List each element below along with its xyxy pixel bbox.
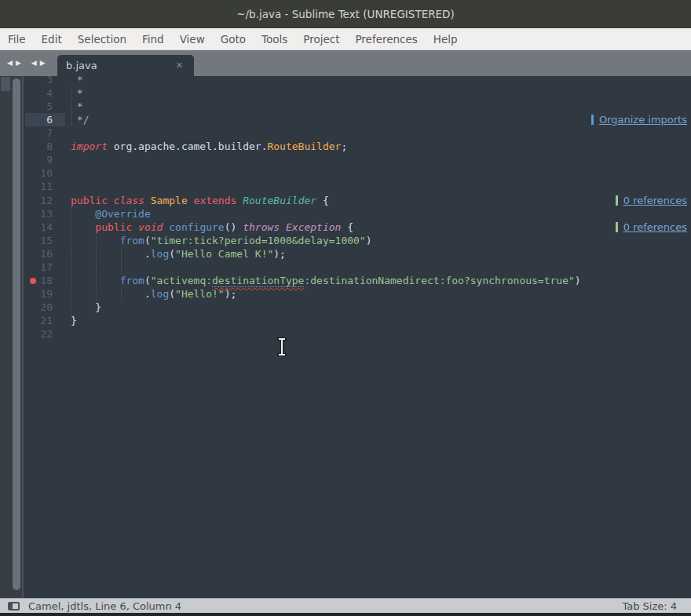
menu-file[interactable]: File: [0, 28, 34, 49]
line-number: 6: [25, 113, 65, 126]
status-left-text: Camel, jdtls, Line 6, Column 4: [28, 600, 181, 612]
code-line-7: 7: [25, 126, 691, 140]
line-number: 12: [25, 194, 65, 207]
left-scrollbar-track: [0, 76, 24, 598]
code-line-21: 21}: [25, 314, 691, 327]
tab-size-indicator[interactable]: Tab Size: 4: [622, 600, 683, 612]
nav-back-icon[interactable]: ◀: [6, 58, 13, 68]
menu-preferences[interactable]: Preferences: [347, 28, 425, 49]
code-text: *: [65, 86, 83, 100]
code-text: .log("Hello!");: [65, 287, 236, 301]
code-text: *: [65, 100, 83, 113]
code-line-19: 19 .log("Hello!");: [25, 287, 691, 301]
line-number: 15: [25, 234, 65, 247]
line-number: 8: [25, 140, 65, 153]
code-text: *: [65, 76, 83, 86]
code-text: .log("Hello Camel K!");: [65, 247, 286, 261]
code-line-11: 11: [25, 180, 691, 193]
line-number: 3: [25, 76, 65, 86]
code-line-4: 4 *: [25, 86, 691, 100]
menu-find[interactable]: Find: [134, 28, 172, 49]
tabbar: ◀▶◀▶ b.java ✕: [0, 50, 691, 76]
annotation-bar: [591, 115, 594, 125]
code-text: from("timer:tick?period=1000&delay=1000"…: [65, 234, 372, 247]
code-line-8: 8import org.apache.camel.builder.RouteBu…: [25, 140, 691, 153]
nav-forward-icon[interactable]: ▶: [15, 58, 22, 68]
line-number: 14: [25, 221, 65, 234]
code-line-10: 10: [25, 166, 691, 180]
menubar: FileEditSelectionFindViewGotoToolsProjec…: [0, 28, 691, 50]
error-squiggle-token: destinationType: [212, 275, 304, 287]
code-line-12: 12public class Sample extends RouteBuild…: [25, 194, 691, 207]
line-number: 22: [25, 327, 65, 341]
menu-view[interactable]: View: [172, 28, 213, 49]
line-number: 13: [25, 207, 65, 221]
code-line-15: 15 from("timer:tick?period=1000&delay=10…: [25, 234, 691, 247]
code-line-17: 17: [25, 261, 691, 274]
menu-project[interactable]: Project: [295, 28, 347, 49]
line-number: 16: [25, 247, 65, 261]
window-edge: [0, 613, 691, 616]
line-number: 5: [25, 100, 65, 113]
line-number: 17: [25, 261, 65, 274]
code-line-16: 16 .log("Hello Camel K!");: [25, 247, 691, 261]
titlebar: ~/b.java - Sublime Text (UNREGISTERED): [0, 0, 691, 28]
annotation-bar: [616, 222, 618, 232]
code-text: import org.apache.camel.builder.RouteBui…: [65, 140, 347, 153]
code-line-18: 18 from("activemq:destinationType:destin…: [25, 274, 691, 287]
code-text: public class Sample extends RouteBuilder…: [65, 194, 329, 207]
menu-selection[interactable]: Selection: [70, 28, 134, 49]
menu-tools[interactable]: Tools: [254, 28, 295, 49]
line-number: 20: [25, 301, 65, 314]
references-link[interactable]: 0 references: [623, 221, 687, 233]
code-text: }: [65, 314, 77, 327]
code-line-13: 13 @Override: [25, 207, 691, 221]
nav-back-icon[interactable]: ◀: [31, 58, 38, 68]
menu-goto[interactable]: Goto: [213, 28, 254, 49]
line-number: 19: [25, 287, 65, 301]
code-text: }: [65, 301, 101, 314]
lsp-annotation: 0 references: [616, 194, 687, 207]
organize-imports-link[interactable]: Organize imports: [599, 114, 687, 126]
text-ibeam-cursor: [276, 337, 288, 357]
code-editor[interactable]: 3 *4 *5 *6 */Organize imports78import or…: [25, 76, 691, 598]
code-text: @Override: [65, 207, 151, 221]
tab-close-icon[interactable]: ✕: [174, 60, 185, 71]
code-line-14: 14 public void configure() throws Except…: [25, 221, 691, 234]
code-line-9: 9: [25, 153, 691, 166]
line-number: 4: [25, 86, 65, 100]
line-number: 11: [25, 180, 65, 193]
code-text: */: [65, 113, 89, 126]
statusbar: Camel, jdtls, Line 6, Column 4 Tab Size:…: [0, 598, 691, 613]
references-link[interactable]: 0 references: [623, 195, 687, 206]
tab-b-java[interactable]: b.java ✕: [57, 55, 194, 76]
line-number: 7: [25, 126, 65, 140]
tab-nav-arrows: ◀▶◀▶: [6, 50, 46, 76]
code-text: public void configure() throws Exception…: [65, 221, 353, 234]
sidebar-toggle-icon[interactable]: [8, 602, 20, 611]
code-line-20: 20 }: [25, 301, 691, 314]
annotation-bar: [616, 195, 618, 206]
line-number: 9: [25, 153, 65, 166]
code-line-5: 5 *: [25, 100, 691, 113]
workspace: 3 *4 *5 *6 */Organize imports78import or…: [0, 76, 691, 598]
code-line-3: 3 *: [25, 76, 691, 86]
code-rows: 3 *4 *5 *6 */Organize imports78import or…: [25, 76, 691, 341]
lsp-annotation: 0 references: [616, 221, 687, 234]
menu-edit[interactable]: Edit: [34, 28, 70, 49]
nav-forward-icon[interactable]: ▶: [39, 58, 46, 68]
code-line-6: 6 */Organize imports: [25, 113, 691, 126]
sublime-window: ~/b.java - Sublime Text (UNREGISTERED) F…: [0, 0, 691, 616]
scrollbar-corner: [1, 77, 10, 91]
code-line-22: 22: [25, 327, 691, 341]
scrollbar-thumb[interactable]: [13, 78, 20, 590]
window-title: ~/b.java - Sublime Text (UNREGISTERED): [236, 8, 455, 20]
menu-help[interactable]: Help: [426, 28, 466, 49]
lsp-annotation: Organize imports: [591, 113, 687, 126]
diagnostic-dot-icon: [30, 278, 36, 284]
tab-label: b.java: [66, 60, 174, 71]
code-text: from("activemq:destinationType:destinati…: [65, 274, 581, 287]
line-number: 10: [25, 166, 65, 180]
line-number: 21: [25, 314, 65, 327]
